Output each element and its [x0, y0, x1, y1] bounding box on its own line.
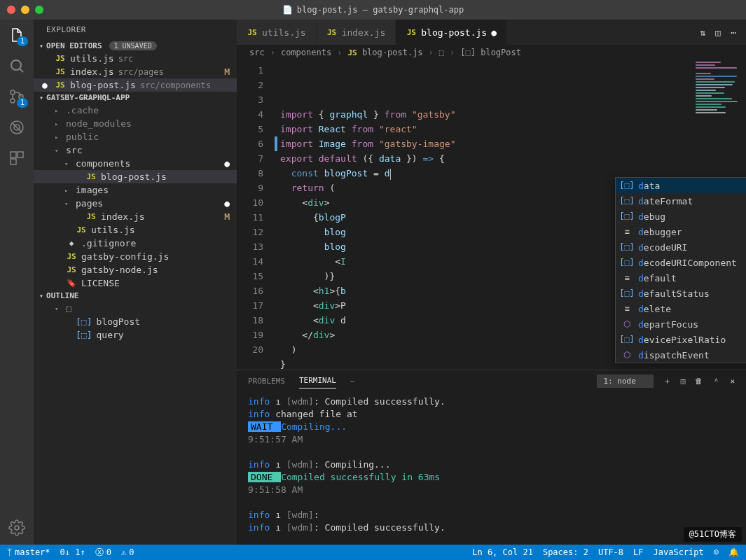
suggestion-item[interactable]: ≡default [616, 270, 746, 286]
suggestion-item[interactable]: [⬚]devicePixelRatio [616, 332, 746, 347]
cursor-position[interactable]: Ln 6, Col 21 [472, 547, 533, 557]
sidebar-title: EXPLORER [34, 20, 237, 40]
tree-item[interactable]: JSutils.js [34, 223, 237, 237]
outline-item[interactable]: [⬚]query [34, 328, 237, 342]
tree-item[interactable]: 🔖LICENSE [34, 276, 237, 290]
titlebar: 📄blog-post.js — gatsby-graphql-app [0, 0, 746, 20]
panel-more-icon[interactable]: ⋯ [350, 377, 355, 386]
debug-icon[interactable] [8, 119, 25, 136]
tree-item[interactable]: ▾components● [34, 157, 237, 170]
svg-point-0 [11, 60, 21, 70]
suggestion-item[interactable]: [⬚]decodeURIComponent [616, 255, 746, 270]
editor-tab[interactable]: JSindex.js [317, 20, 396, 45]
status-bar: ᛘ master* 0↓ 1↑ ⓧ 0 ⚠ 0 Ln 6, Col 21 Spa… [0, 545, 746, 560]
intellisense-popup[interactable]: [⬚]datavar data: any i[⬚]dateFormat[⬚]de… [615, 177, 746, 363]
tree-item[interactable]: ▾pages● [34, 197, 237, 210]
minimize-window[interactable] [21, 6, 29, 14]
compare-changes-icon[interactable]: ⇅ [700, 27, 706, 38]
eol[interactable]: LF [633, 547, 643, 557]
suggestion-item[interactable]: [⬚]dateFormat [616, 193, 746, 209]
errors[interactable]: ⓧ 0 [95, 547, 111, 559]
suggestion-item[interactable]: [⬚]defaultStatus [616, 286, 746, 301]
tree-item[interactable]: ▸public [34, 130, 237, 144]
warnings[interactable]: ⚠ 0 [121, 547, 134, 557]
extensions-icon[interactable] [8, 150, 25, 167]
tree-item[interactable]: ▸images [34, 183, 237, 197]
encoding[interactable]: UTF-8 [598, 547, 623, 557]
suggestion-item[interactable]: [⬚]datavar data: any i [616, 178, 746, 193]
watermark: @51CTO博客 [684, 527, 742, 542]
bottom-panel: PROBLEMS TERMINAL ⋯ 1: node ＋ ◫ 🗑 ＾ ✕ in… [237, 370, 746, 545]
close-window[interactable] [7, 6, 15, 14]
tree-item[interactable]: JSgatsby-config.js [34, 250, 237, 263]
editor-tab[interactable]: JSblog-post.js ● [396, 20, 507, 45]
terminal-tab[interactable]: TERMINAL [299, 373, 336, 388]
file-icon: 📄 [282, 5, 293, 15]
new-terminal-icon[interactable]: ＋ [663, 376, 671, 386]
open-editor-item[interactable]: JSutils.jssrc [34, 52, 237, 65]
git-sync[interactable]: 0↓ 1↑ [60, 547, 85, 557]
language-mode[interactable]: JavaScript [654, 547, 704, 557]
terminal-selector[interactable]: 1: node [597, 374, 653, 388]
activity-bar: 1 1 [0, 20, 34, 545]
tree-item[interactable]: ▸node_modules [34, 117, 237, 130]
split-terminal-icon[interactable]: ◫ [681, 377, 686, 386]
project-header[interactable]: ▾GATSBY-GRAPHQL-APP [34, 92, 237, 104]
maximize-window[interactable] [35, 6, 43, 14]
open-editor-item[interactable]: ●JSblog-post.jssrc/components [34, 78, 237, 92]
svg-rect-6 [11, 152, 16, 158]
svg-rect-8 [11, 159, 16, 164]
editor-tab[interactable]: JSutils.js [237, 20, 317, 45]
window-title: blog-post.js — gatsby-graphql-app [297, 5, 464, 15]
open-editors-header[interactable]: ▾OPEN EDITORS1 UNSAVED [34, 40, 237, 52]
suggestion-item[interactable]: ≡debugger [616, 224, 746, 239]
close-panel-icon[interactable]: ✕ [730, 377, 735, 386]
suggestion-item[interactable]: ⬡dispatchEvent [616, 347, 746, 363]
tree-item[interactable]: JSindex.jsM [34, 210, 237, 223]
problems-tab[interactable]: PROBLEMS [248, 374, 285, 388]
outline-item[interactable]: [⬚]blogPost [34, 315, 237, 328]
outline-header[interactable]: ▾OUTLINE [34, 290, 237, 302]
indentation[interactable]: Spaces: 2 [543, 547, 588, 557]
tree-item[interactable]: ▾src [34, 144, 237, 157]
kill-terminal-icon[interactable]: 🗑 [695, 377, 703, 386]
notifications-icon[interactable]: 🔔 [728, 547, 739, 557]
suggestion-item[interactable]: [⬚]decodeURI [616, 239, 746, 255]
explorer-icon[interactable]: 1 [8, 27, 25, 43]
tree-item[interactable]: JSgatsby-node.js [34, 263, 237, 276]
suggestion-item[interactable]: ≡delete [616, 301, 746, 316]
tree-item[interactable]: JSblog-post.js [34, 170, 237, 183]
open-editor-item[interactable]: JSindex.jssrc/pagesM [34, 65, 237, 78]
editor-tabs: JSutils.jsJSindex.jsJSblog-post.js ● ⇅ ◫… [237, 20, 746, 45]
svg-point-9 [15, 526, 19, 530]
explorer-sidebar: EXPLORER ▾OPEN EDITORS1 UNSAVED JSutils.… [34, 20, 237, 545]
settings-gear-icon[interactable] [8, 519, 25, 536]
svg-point-1 [11, 90, 15, 94]
suggestion-item[interactable]: ⬡departFocus [616, 316, 746, 332]
git-branch[interactable]: ᛘ master* [7, 547, 50, 557]
tree-item[interactable]: ◆.gitignore [34, 237, 237, 250]
terminal-output[interactable]: info ı [wdm]: Compiled successfully.info… [237, 391, 746, 545]
search-icon[interactable] [8, 57, 25, 74]
split-editor-icon[interactable]: ◫ [715, 27, 721, 38]
svg-rect-7 [18, 152, 23, 158]
more-actions-icon[interactable]: ⋯ [731, 27, 736, 38]
source-control-icon[interactable]: 1 [8, 88, 25, 105]
breadcrumbs[interactable]: src›components›JS blog-post.js›⬚ ›[⬚] bl… [237, 45, 746, 60]
svg-point-2 [11, 99, 15, 103]
feedback-icon[interactable]: ☺ [714, 547, 719, 557]
outline-item[interactable]: ▾⬚ [34, 302, 237, 315]
suggestion-item[interactable]: [⬚]debug [616, 209, 746, 224]
maximize-panel-icon[interactable]: ＾ [712, 376, 720, 386]
tree-item[interactable]: ▸.cache [34, 104, 237, 117]
